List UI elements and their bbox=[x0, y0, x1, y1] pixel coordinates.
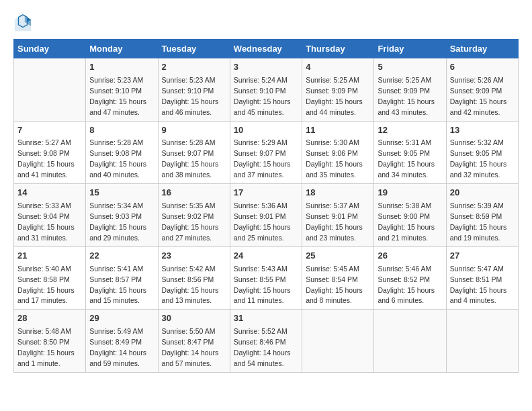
day-number: 28 bbox=[17, 312, 82, 325]
day-number: 6 bbox=[450, 61, 515, 74]
week-row-1: 1Sunrise: 5:23 AMSunset: 9:10 PMDaylight… bbox=[14, 58, 519, 122]
day-number: 22 bbox=[89, 250, 154, 263]
calendar-cell: 12Sunrise: 5:31 AMSunset: 9:05 PMDayligh… bbox=[374, 121, 446, 184]
day-info: Sunrise: 5:32 AMSunset: 9:05 PMDaylight:… bbox=[450, 138, 507, 179]
calendar-cell: 17Sunrise: 5:36 AMSunset: 9:01 PMDayligh… bbox=[230, 184, 302, 247]
logo bbox=[13, 13, 35, 32]
day-info: Sunrise: 5:23 AMSunset: 9:10 PMDaylight:… bbox=[89, 76, 146, 116]
day-info: Sunrise: 5:24 AMSunset: 9:10 PMDaylight:… bbox=[234, 76, 291, 116]
day-number: 14 bbox=[17, 187, 82, 199]
week-row-3: 14Sunrise: 5:33 AMSunset: 9:04 PMDayligh… bbox=[14, 184, 519, 247]
calendar-header-row: SundayMondayTuesdayWednesdayThursdayFrid… bbox=[14, 40, 519, 58]
calendar-cell: 9Sunrise: 5:28 AMSunset: 9:07 PMDaylight… bbox=[158, 121, 230, 184]
day-info: Sunrise: 5:50 AMSunset: 8:47 PMDaylight:… bbox=[162, 327, 219, 367]
header-thursday: Thursday bbox=[302, 40, 374, 58]
calendar-cell: 29Sunrise: 5:49 AMSunset: 8:49 PMDayligh… bbox=[86, 310, 158, 373]
day-info: Sunrise: 5:26 AMSunset: 9:09 PMDaylight:… bbox=[450, 76, 507, 116]
day-number: 25 bbox=[306, 250, 370, 263]
day-info: Sunrise: 5:46 AMSunset: 8:52 PMDaylight:… bbox=[378, 265, 435, 305]
day-info: Sunrise: 5:36 AMSunset: 9:01 PMDaylight:… bbox=[234, 201, 291, 242]
calendar-cell: 19Sunrise: 5:38 AMSunset: 9:00 PMDayligh… bbox=[374, 184, 446, 247]
calendar-cell: 3Sunrise: 5:24 AMSunset: 9:10 PMDaylight… bbox=[230, 58, 302, 122]
day-info: Sunrise: 5:42 AMSunset: 8:56 PMDaylight:… bbox=[162, 265, 219, 305]
calendar-cell: 26Sunrise: 5:46 AMSunset: 8:52 PMDayligh… bbox=[374, 246, 446, 310]
day-number: 15 bbox=[89, 187, 154, 199]
day-number: 20 bbox=[450, 187, 515, 199]
calendar-table: SundayMondayTuesdayWednesdayThursdayFrid… bbox=[13, 39, 519, 373]
day-info: Sunrise: 5:37 AMSunset: 9:01 PMDaylight:… bbox=[306, 201, 363, 242]
day-number: 21 bbox=[17, 250, 82, 263]
day-number: 13 bbox=[450, 124, 515, 137]
day-info: Sunrise: 5:48 AMSunset: 8:50 PMDaylight:… bbox=[17, 327, 75, 367]
calendar-cell: 14Sunrise: 5:33 AMSunset: 9:04 PMDayligh… bbox=[14, 184, 86, 247]
header-monday: Monday bbox=[86, 40, 158, 58]
calendar-cell: 22Sunrise: 5:41 AMSunset: 8:57 PMDayligh… bbox=[86, 246, 158, 310]
calendar-cell: 20Sunrise: 5:39 AMSunset: 8:59 PMDayligh… bbox=[446, 184, 518, 247]
day-info: Sunrise: 5:38 AMSunset: 9:00 PMDaylight:… bbox=[378, 201, 435, 242]
day-number: 24 bbox=[234, 250, 298, 263]
day-number: 16 bbox=[162, 187, 226, 199]
day-info: Sunrise: 5:31 AMSunset: 9:05 PMDaylight:… bbox=[378, 138, 435, 179]
calendar-cell: 18Sunrise: 5:37 AMSunset: 9:01 PMDayligh… bbox=[302, 184, 374, 247]
day-info: Sunrise: 5:39 AMSunset: 8:59 PMDaylight:… bbox=[450, 201, 507, 242]
day-info: Sunrise: 5:28 AMSunset: 9:08 PMDaylight:… bbox=[89, 138, 146, 179]
header-wednesday: Wednesday bbox=[230, 40, 302, 58]
day-number: 17 bbox=[234, 187, 298, 199]
day-number: 7 bbox=[17, 124, 82, 137]
day-info: Sunrise: 5:45 AMSunset: 8:54 PMDaylight:… bbox=[306, 265, 363, 305]
calendar-cell: 6Sunrise: 5:26 AMSunset: 9:09 PMDaylight… bbox=[446, 58, 518, 122]
calendar-cell: 4Sunrise: 5:25 AMSunset: 9:09 PMDaylight… bbox=[302, 58, 374, 122]
day-info: Sunrise: 5:47 AMSunset: 8:51 PMDaylight:… bbox=[450, 265, 507, 305]
calendar-cell: 23Sunrise: 5:42 AMSunset: 8:56 PMDayligh… bbox=[158, 246, 230, 310]
day-number: 29 bbox=[89, 312, 154, 325]
calendar-cell: 1Sunrise: 5:23 AMSunset: 9:10 PMDaylight… bbox=[86, 58, 158, 122]
day-info: Sunrise: 5:43 AMSunset: 8:55 PMDaylight:… bbox=[234, 265, 291, 305]
calendar-cell bbox=[302, 310, 374, 373]
calendar-cell: 21Sunrise: 5:40 AMSunset: 8:58 PMDayligh… bbox=[14, 246, 86, 310]
day-number: 11 bbox=[306, 124, 370, 137]
calendar-cell: 10Sunrise: 5:29 AMSunset: 9:07 PMDayligh… bbox=[230, 121, 302, 184]
calendar-cell: 30Sunrise: 5:50 AMSunset: 8:47 PMDayligh… bbox=[158, 310, 230, 373]
calendar-cell bbox=[374, 310, 446, 373]
day-info: Sunrise: 5:40 AMSunset: 8:58 PMDaylight:… bbox=[17, 265, 75, 305]
calendar-cell: 5Sunrise: 5:25 AMSunset: 9:09 PMDaylight… bbox=[374, 58, 446, 122]
calendar-cell: 28Sunrise: 5:48 AMSunset: 8:50 PMDayligh… bbox=[14, 310, 86, 373]
week-row-5: 28Sunrise: 5:48 AMSunset: 8:50 PMDayligh… bbox=[14, 310, 519, 373]
day-info: Sunrise: 5:23 AMSunset: 9:10 PMDaylight:… bbox=[162, 76, 219, 116]
calendar-cell: 25Sunrise: 5:45 AMSunset: 8:54 PMDayligh… bbox=[302, 246, 374, 310]
day-info: Sunrise: 5:28 AMSunset: 9:07 PMDaylight:… bbox=[162, 138, 219, 179]
week-row-4: 21Sunrise: 5:40 AMSunset: 8:58 PMDayligh… bbox=[14, 246, 519, 310]
calendar-cell bbox=[446, 310, 518, 373]
header-friday: Friday bbox=[374, 40, 446, 58]
day-info: Sunrise: 5:34 AMSunset: 9:03 PMDaylight:… bbox=[89, 201, 146, 242]
day-number: 26 bbox=[378, 250, 442, 263]
day-info: Sunrise: 5:25 AMSunset: 9:09 PMDaylight:… bbox=[306, 76, 363, 116]
calendar-cell: 7Sunrise: 5:27 AMSunset: 9:08 PMDaylight… bbox=[14, 121, 86, 184]
day-info: Sunrise: 5:35 AMSunset: 9:02 PMDaylight:… bbox=[162, 201, 219, 242]
header-sunday: Sunday bbox=[14, 40, 86, 58]
week-row-2: 7Sunrise: 5:27 AMSunset: 9:08 PMDaylight… bbox=[14, 121, 519, 184]
day-number: 4 bbox=[306, 61, 370, 74]
day-info: Sunrise: 5:25 AMSunset: 9:09 PMDaylight:… bbox=[378, 76, 435, 116]
calendar-cell: 8Sunrise: 5:28 AMSunset: 9:08 PMDaylight… bbox=[86, 121, 158, 184]
day-number: 31 bbox=[234, 312, 298, 325]
day-info: Sunrise: 5:52 AMSunset: 8:46 PMDaylight:… bbox=[234, 327, 291, 367]
header-tuesday: Tuesday bbox=[158, 40, 230, 58]
calendar-cell: 27Sunrise: 5:47 AMSunset: 8:51 PMDayligh… bbox=[446, 246, 518, 310]
logo-icon bbox=[13, 13, 32, 32]
calendar-cell: 13Sunrise: 5:32 AMSunset: 9:05 PMDayligh… bbox=[446, 121, 518, 184]
day-number: 8 bbox=[89, 124, 154, 137]
day-info: Sunrise: 5:30 AMSunset: 9:06 PMDaylight:… bbox=[306, 138, 363, 179]
day-number: 19 bbox=[378, 187, 442, 199]
day-number: 12 bbox=[378, 124, 442, 137]
header-saturday: Saturday bbox=[446, 40, 518, 58]
calendar-cell: 2Sunrise: 5:23 AMSunset: 9:10 PMDaylight… bbox=[158, 58, 230, 122]
calendar-cell: 11Sunrise: 5:30 AMSunset: 9:06 PMDayligh… bbox=[302, 121, 374, 184]
calendar-cell bbox=[14, 58, 86, 122]
day-number: 30 bbox=[162, 312, 226, 325]
day-number: 5 bbox=[378, 61, 442, 74]
day-number: 10 bbox=[234, 124, 298, 137]
day-number: 9 bbox=[162, 124, 226, 137]
calendar-cell: 15Sunrise: 5:34 AMSunset: 9:03 PMDayligh… bbox=[86, 184, 158, 247]
day-number: 23 bbox=[162, 250, 226, 263]
